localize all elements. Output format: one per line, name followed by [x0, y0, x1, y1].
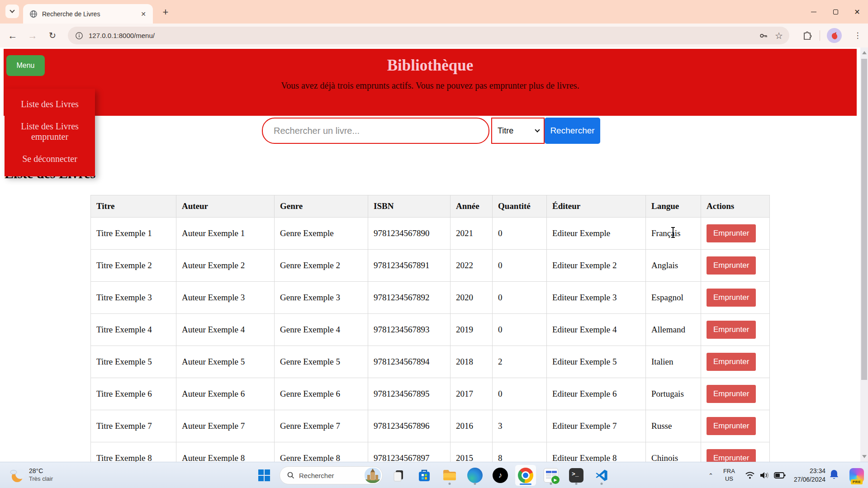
database-app-icon[interactable]: ▶	[541, 465, 561, 486]
table-cell: 9781234567896	[368, 410, 451, 442]
weather-widget[interactable]: 28°C Très clair	[7, 466, 53, 484]
tray-status-icons[interactable]	[745, 471, 786, 479]
browser-tab-strip: Recherche de Livres ✕ + ✕	[0, 0, 868, 24]
actions-cell: Emprunter	[701, 346, 770, 378]
edge-icon[interactable]	[465, 465, 485, 486]
table-cell: Genre Exemple 3	[275, 282, 368, 314]
emprunter-button[interactable]: Emprunter	[707, 256, 756, 275]
minimize-button[interactable]	[803, 0, 825, 24]
task-view-icon[interactable]	[389, 465, 409, 486]
column-header: Langue	[646, 195, 701, 218]
table-cell: Français	[646, 218, 701, 250]
scroll-down-icon[interactable]	[862, 455, 867, 458]
tab-close-icon[interactable]: ✕	[139, 10, 147, 18]
filter-select[interactable]: Titre	[491, 118, 545, 144]
emprunter-button[interactable]: Emprunter	[707, 321, 756, 339]
table-cell: 9781234567893	[368, 314, 451, 346]
emprunter-button[interactable]: Emprunter	[707, 417, 756, 435]
taskbar: 28°C Très clair Rechercher	[0, 462, 868, 488]
dropdown-item[interactable]: Se déconnecter	[5, 148, 95, 170]
table-cell: Editeur Exemple 7	[547, 410, 646, 442]
copilot-icon[interactable]: PRE	[848, 465, 866, 486]
browser-menu-icon[interactable]: ⋮	[852, 30, 863, 41]
back-button[interactable]: ←	[4, 24, 22, 47]
emprunter-button[interactable]: Emprunter	[707, 385, 756, 403]
table-cell: 0	[493, 282, 547, 314]
battery-icon	[774, 472, 786, 479]
weather-temperature: 28°C	[29, 467, 53, 475]
table-row: Titre Exemple 7Auteur Exemple 7Genre Exe…	[91, 410, 770, 442]
table-cell: Portugais	[646, 378, 701, 410]
search-button[interactable]: Rechercher	[545, 118, 600, 144]
table-cell: Editeur Exemple 6	[547, 378, 646, 410]
dropdown-item[interactable]: Liste des Livres emprunter	[5, 115, 95, 148]
key-icon[interactable]	[759, 31, 768, 41]
table-cell: Editeur Exemple 4	[547, 314, 646, 346]
table-cell: Genre Exemple 5	[275, 346, 368, 378]
table-cell: Genre Exemple 2	[275, 250, 368, 282]
scroll-up-icon[interactable]	[862, 51, 867, 54]
notification-bell-icon[interactable]	[829, 469, 839, 482]
new-tab-button[interactable]: +	[159, 6, 172, 19]
emprunter-button[interactable]: Emprunter	[707, 449, 756, 462]
tray-chevron-icon[interactable]: ⌃	[708, 472, 713, 479]
file-explorer-icon[interactable]	[439, 465, 460, 486]
site-header: Menu Bibliothèque Vous avez déjà trois e…	[4, 49, 857, 116]
browser-tab[interactable]: Recherche de Livres ✕	[23, 4, 153, 24]
vertical-scrollbar[interactable]	[860, 47, 868, 462]
emprunter-button[interactable]: Emprunter	[707, 289, 756, 307]
weather-description: Très clair	[29, 475, 53, 483]
clock[interactable]: 23:34 27/06/2024	[794, 467, 825, 484]
column-header: Quantité	[493, 195, 547, 218]
microsoft-store-icon[interactable]	[414, 465, 435, 486]
terminal-icon[interactable]: >_	[566, 465, 587, 486]
table-cell: Genre Exemple	[275, 218, 368, 250]
taskbar-search[interactable]: Rechercher	[280, 466, 383, 484]
extensions-icon[interactable]	[802, 30, 812, 41]
tiktok-icon[interactable]: ♪	[490, 465, 511, 486]
tiktok-logo: ♪	[493, 468, 508, 483]
menu-button[interactable]: Menu	[6, 55, 45, 76]
close-button[interactable]: ✕	[846, 0, 868, 24]
system-tray: ⌃ FRA US 23:34 27/06/2024 PRE	[708, 462, 868, 488]
forward-button[interactable]: →	[24, 24, 42, 47]
table-cell: 0	[493, 378, 547, 410]
table-cell: Auteur Exemple 4	[176, 314, 275, 346]
speaker-icon	[759, 471, 769, 479]
screen: Recherche de Livres ✕ + ✕ ← → ↻ 127.0.0.…	[0, 0, 868, 488]
weather-icon	[7, 466, 25, 484]
emprunter-button[interactable]: Emprunter	[707, 353, 756, 371]
table-row: Titre Exemple 3Auteur Exemple 3Genre Exe…	[91, 282, 770, 314]
language-line2: US	[723, 475, 735, 483]
running-indicator	[550, 483, 552, 485]
table-cell: Italien	[646, 346, 701, 378]
dropdown-item[interactable]: Liste des Livres	[5, 93, 95, 115]
tab-search-button[interactable]	[5, 5, 19, 18]
actions-cell: Emprunter	[701, 250, 770, 282]
bookmark-star-icon[interactable]: ☆	[775, 30, 783, 41]
column-header: Année	[451, 195, 493, 218]
table-cell: Titre Exemple 8	[91, 442, 176, 462]
vscode-logo	[595, 469, 608, 482]
table-cell: Titre Exemple 6	[91, 378, 176, 410]
emprunter-button[interactable]: Emprunter	[707, 224, 756, 242]
scrollbar-thumb[interactable]	[861, 59, 867, 380]
language-line1: FRA	[723, 468, 735, 475]
actions-cell: Emprunter	[701, 410, 770, 442]
url-text[interactable]: 127.0.0.1:8000/menu/	[89, 32, 759, 39]
filter-select-value: Titre	[498, 126, 513, 136]
search-input[interactable]	[262, 118, 489, 144]
language-indicator[interactable]: FRA US	[723, 468, 735, 483]
reload-button[interactable]: ↻	[43, 24, 62, 47]
vscode-icon[interactable]	[591, 465, 612, 486]
info-icon[interactable]	[75, 32, 83, 40]
start-button[interactable]	[254, 465, 275, 486]
profile-avatar[interactable]	[827, 28, 842, 43]
date: 27/06/2024	[794, 475, 825, 484]
table-cell: 2019	[451, 314, 493, 346]
chrome-icon[interactable]	[515, 465, 536, 486]
toolbar-divider	[820, 30, 820, 41]
borrow-limit-message: Vous avez déjà trois emprunts actifs. Vo…	[4, 81, 857, 91]
restore-button[interactable]	[825, 0, 846, 24]
address-bar[interactable]: 127.0.0.1:8000/menu/ ☆	[68, 27, 789, 44]
